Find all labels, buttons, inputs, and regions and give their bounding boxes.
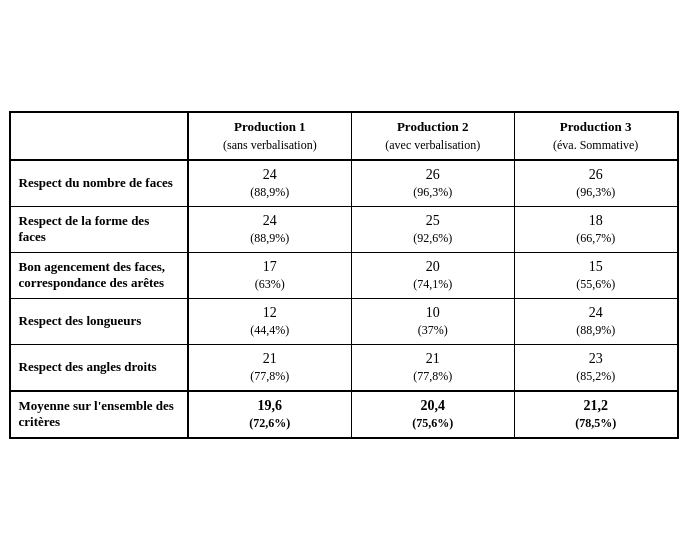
main-value-row-longueurs-prod3: 24 bbox=[523, 305, 669, 321]
data-cell-row-angles-prod3: 23(85,2%) bbox=[514, 344, 677, 391]
data-cell-row-forme-prod2: 25(92,6%) bbox=[351, 206, 514, 252]
table-body: Respect du nombre de faces24(88,9%)26(96… bbox=[10, 160, 678, 438]
pct-value-row-forme-prod1: (88,9%) bbox=[197, 231, 343, 246]
main-value-row-faces-prod1: 24 bbox=[197, 167, 343, 183]
header-prod2-sub: (avec verbalisation) bbox=[351, 137, 514, 160]
table-row: Respect de la forme des faces24(88,9%)25… bbox=[10, 206, 678, 252]
row-label-row-forme: Respect de la forme des faces bbox=[10, 206, 188, 252]
data-cell-row-longueurs-prod3: 24(88,9%) bbox=[514, 298, 677, 344]
table-row: Moyenne sur l'ensemble des critères19,6(… bbox=[10, 391, 678, 438]
pct-value-row-faces-prod3: (96,3%) bbox=[523, 185, 669, 200]
main-value-row-forme-prod1: 24 bbox=[197, 213, 343, 229]
header-row-subtitles: (sans verbalisation) (avec verbalisation… bbox=[10, 137, 678, 160]
main-value-row-faces-prod3: 26 bbox=[523, 167, 669, 183]
data-cell-row-forme-prod1: 24(88,9%) bbox=[188, 206, 351, 252]
main-value-row-agencement-prod3: 15 bbox=[523, 259, 669, 275]
pct-value-row-longueurs-prod3: (88,9%) bbox=[523, 323, 669, 338]
pct-value-row-angles-prod3: (85,2%) bbox=[523, 369, 669, 384]
header-prod1-sub: (sans verbalisation) bbox=[188, 137, 351, 160]
main-value-row-longueurs-prod2: 10 bbox=[360, 305, 506, 321]
table-row: Bon agencement des faces, correspondance… bbox=[10, 252, 678, 298]
prod3-title-text: Production 3 bbox=[560, 119, 632, 134]
pct-value-row-longueurs-prod1: (44,4%) bbox=[197, 323, 343, 338]
data-cell-row-agencement-prod3: 15(55,6%) bbox=[514, 252, 677, 298]
data-table: Production 1 Production 2 Production 3 (… bbox=[9, 111, 679, 439]
row-label-row-longueurs: Respect des longueurs bbox=[10, 298, 188, 344]
data-cell-row-moyenne-prod1: 19,6(72,6%) bbox=[188, 391, 351, 438]
data-cell-row-moyenne-prod2: 20,4(75,6%) bbox=[351, 391, 514, 438]
prod3-subtitle-text: (éva. Sommative) bbox=[553, 138, 638, 152]
data-cell-row-faces-prod3: 26(96,3%) bbox=[514, 160, 677, 207]
table-wrapper: Production 1 Production 2 Production 3 (… bbox=[9, 111, 679, 439]
data-cell-row-faces-prod1: 24(88,9%) bbox=[188, 160, 351, 207]
table-row: Respect du nombre de faces24(88,9%)26(96… bbox=[10, 160, 678, 207]
main-value-row-angles-prod1: 21 bbox=[197, 351, 343, 367]
pct-value-row-angles-prod2: (77,8%) bbox=[360, 369, 506, 384]
pct-value-row-moyenne-prod1: (72,6%) bbox=[197, 416, 343, 431]
main-value-row-longueurs-prod1: 12 bbox=[197, 305, 343, 321]
pct-value-row-longueurs-prod2: (37%) bbox=[360, 323, 506, 338]
row-label-row-angles: Respect des angles droits bbox=[10, 344, 188, 391]
data-cell-row-longueurs-prod1: 12(44,4%) bbox=[188, 298, 351, 344]
pct-value-row-agencement-prod2: (74,1%) bbox=[360, 277, 506, 292]
main-value-row-angles-prod3: 23 bbox=[523, 351, 669, 367]
prod1-subtitle-text: (sans verbalisation) bbox=[223, 138, 317, 152]
pct-value-row-forme-prod3: (66,7%) bbox=[523, 231, 669, 246]
pct-value-row-angles-prod1: (77,8%) bbox=[197, 369, 343, 384]
pct-value-row-forme-prod2: (92,6%) bbox=[360, 231, 506, 246]
header-prod3-sub: (éva. Sommative) bbox=[514, 137, 677, 160]
header-empty bbox=[10, 112, 188, 137]
prod2-subtitle-text: (avec verbalisation) bbox=[385, 138, 480, 152]
table-row: Respect des longueurs12(44,4%)10(37%)24(… bbox=[10, 298, 678, 344]
data-cell-row-angles-prod2: 21(77,8%) bbox=[351, 344, 514, 391]
pct-value-row-agencement-prod3: (55,6%) bbox=[523, 277, 669, 292]
data-cell-row-agencement-prod1: 17(63%) bbox=[188, 252, 351, 298]
pct-value-row-moyenne-prod3: (78,5%) bbox=[523, 416, 669, 431]
main-value-row-forme-prod2: 25 bbox=[360, 213, 506, 229]
data-cell-row-forme-prod3: 18(66,7%) bbox=[514, 206, 677, 252]
header-prod1-title: Production 1 bbox=[188, 112, 351, 137]
row-label-row-faces: Respect du nombre de faces bbox=[10, 160, 188, 207]
pct-value-row-faces-prod2: (96,3%) bbox=[360, 185, 506, 200]
prod2-title-text: Production 2 bbox=[397, 119, 469, 134]
main-value-row-moyenne-prod1: 19,6 bbox=[197, 398, 343, 414]
row-label-row-agencement: Bon agencement des faces, correspondance… bbox=[10, 252, 188, 298]
row-label-row-moyenne: Moyenne sur l'ensemble des critères bbox=[10, 391, 188, 438]
header-prod3-title: Production 3 bbox=[514, 112, 677, 137]
main-value-row-forme-prod3: 18 bbox=[523, 213, 669, 229]
header-empty-sub bbox=[10, 137, 188, 160]
header-row-titles: Production 1 Production 2 Production 3 bbox=[10, 112, 678, 137]
main-value-row-agencement-prod2: 20 bbox=[360, 259, 506, 275]
data-cell-row-moyenne-prod3: 21,2(78,5%) bbox=[514, 391, 677, 438]
data-cell-row-angles-prod1: 21(77,8%) bbox=[188, 344, 351, 391]
table-row: Respect des angles droits21(77,8%)21(77,… bbox=[10, 344, 678, 391]
pct-value-row-moyenne-prod2: (75,6%) bbox=[360, 416, 506, 431]
prod1-title-text: Production 1 bbox=[234, 119, 306, 134]
data-cell-row-longueurs-prod2: 10(37%) bbox=[351, 298, 514, 344]
main-value-row-moyenne-prod2: 20,4 bbox=[360, 398, 506, 414]
header-prod2-title: Production 2 bbox=[351, 112, 514, 137]
main-value-row-moyenne-prod3: 21,2 bbox=[523, 398, 669, 414]
main-value-row-faces-prod2: 26 bbox=[360, 167, 506, 183]
pct-value-row-faces-prod1: (88,9%) bbox=[197, 185, 343, 200]
pct-value-row-agencement-prod1: (63%) bbox=[197, 277, 343, 292]
main-value-row-agencement-prod1: 17 bbox=[197, 259, 343, 275]
main-value-row-angles-prod2: 21 bbox=[360, 351, 506, 367]
data-cell-row-agencement-prod2: 20(74,1%) bbox=[351, 252, 514, 298]
data-cell-row-faces-prod2: 26(96,3%) bbox=[351, 160, 514, 207]
